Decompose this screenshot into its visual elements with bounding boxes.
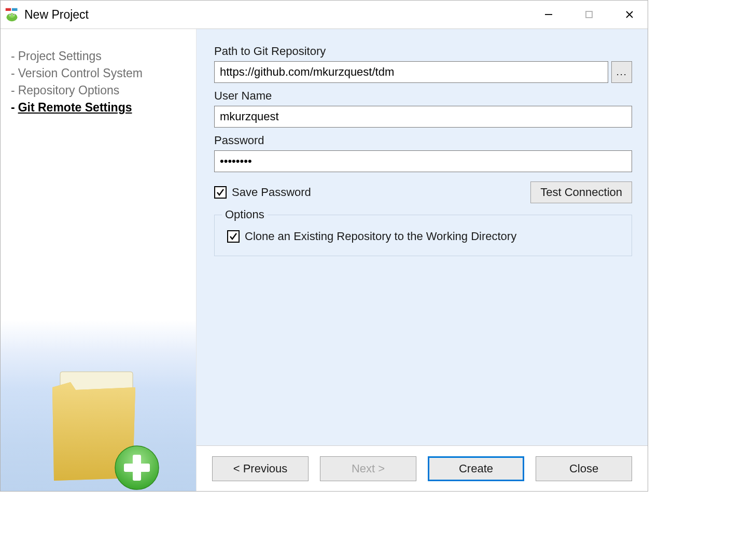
folder-add-illustration — [45, 367, 164, 491]
app-toad-icon — [5, 7, 19, 22]
clone-checkbox-label: Clone an Existing Repository to the Work… — [245, 230, 516, 243]
test-connection-button[interactable]: Test Connection — [530, 181, 632, 203]
dialog-body: - Project Settings - Version Control Sys… — [1, 29, 648, 491]
svg-point-7 — [13, 14, 15, 15]
wizard-page-git-remote: Path to Git Repository ... User Name Pas… — [197, 29, 648, 491]
dash-icon: - — [11, 49, 15, 63]
options-group: Options Clone an Existing Repository to … — [214, 215, 632, 256]
options-group-title: Options — [222, 208, 268, 221]
wizard-footer: < Previous Next > Create Close — [197, 445, 648, 491]
new-project-dialog: New Project - Project Settings - Version… — [0, 0, 648, 492]
checkbox-box — [214, 186, 227, 199]
path-browse-button[interactable]: ... — [611, 61, 632, 83]
path-label: Path to Git Repository — [214, 45, 632, 58]
save-password-checkbox[interactable]: Save Password — [214, 186, 311, 199]
username-label: User Name — [214, 89, 632, 103]
dash-icon: - — [11, 66, 15, 80]
path-input[interactable] — [214, 61, 608, 83]
dash-icon: - — [11, 101, 15, 115]
dash-icon: - — [11, 83, 15, 97]
previous-button[interactable]: < Previous — [212, 456, 309, 481]
checkbox-box — [227, 230, 240, 243]
password-label: Password — [214, 134, 632, 147]
save-password-row: Save Password Test Connection — [214, 181, 632, 203]
username-field: User Name — [214, 89, 632, 128]
close-button[interactable] — [620, 5, 639, 24]
maximize-button[interactable] — [579, 5, 599, 24]
path-field: Path to Git Repository ... — [214, 45, 632, 83]
checkmark-icon — [216, 188, 225, 197]
sidebar-item-label: Project Settings — [18, 49, 102, 63]
password-field: Password — [214, 134, 632, 172]
sidebar-item-project-settings[interactable]: - Project Settings — [11, 48, 188, 65]
close-dialog-button[interactable]: Close — [536, 456, 632, 481]
password-input[interactable] — [214, 150, 632, 172]
window-title: New Project — [24, 8, 89, 22]
clone-checkbox[interactable]: Clone an Existing Repository to the Work… — [227, 230, 620, 243]
form-area: Path to Git Repository ... User Name Pas… — [197, 29, 648, 445]
sidebar-item-label: Git Remote Settings — [18, 101, 132, 115]
wizard-steps-sidebar: - Project Settings - Version Control Sys… — [1, 29, 197, 491]
svg-rect-0 — [6, 8, 11, 11]
svg-point-6 — [10, 14, 11, 15]
minimize-button[interactable] — [539, 5, 558, 24]
sidebar-item-label: Repository Options — [18, 83, 120, 97]
sidebar-item-vcs[interactable]: - Version Control System — [11, 65, 188, 82]
svg-rect-1 — [12, 8, 18, 11]
sidebar-item-label: Version Control System — [18, 66, 143, 80]
window-controls — [539, 5, 643, 24]
sidebar-item-repository-options[interactable]: - Repository Options — [11, 82, 188, 99]
next-button: Next > — [320, 456, 416, 481]
titlebar: New Project — [1, 1, 648, 29]
svg-rect-9 — [586, 11, 592, 18]
svg-rect-15 — [124, 464, 150, 472]
sidebar-item-git-remote-settings[interactable]: - Git Remote Settings — [11, 99, 188, 116]
checkmark-icon — [229, 232, 238, 241]
create-button[interactable]: Create — [428, 456, 524, 481]
username-input[interactable] — [214, 106, 632, 128]
save-password-label: Save Password — [232, 186, 311, 199]
